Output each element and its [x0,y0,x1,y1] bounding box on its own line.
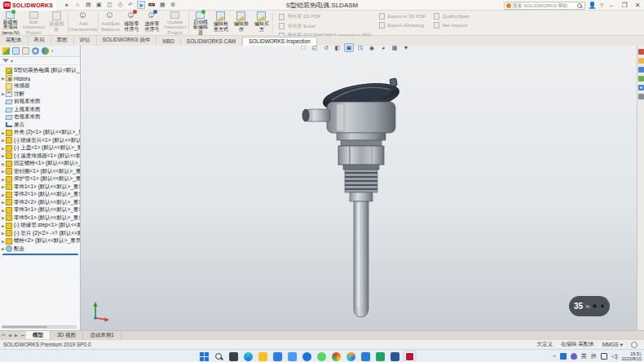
displaymanager-icon[interactable] [42,47,49,55]
tree-row-component[interactable]: ▶零件5<1> (默认<<默认>_显示状态 [1,214,80,223]
show-desktop-button[interactable] [640,351,642,361]
restore-button[interactable]: ❐ [620,1,629,11]
launch-template-editor-button[interactable]: 启动模 板编辑 器 [190,11,210,35]
tree-row-component[interactable]: ▶保护管<1> (默认<<默认>_显示状态 [1,175,80,183]
edit-inspection-methods-button[interactable]: 编辑检 查方式 [210,11,231,35]
help-icon[interactable]: ? [600,1,603,11]
tab-nav-first-icon[interactable]: ⏮ [0,331,7,339]
close-button[interactable]: ✕ [633,1,642,11]
dimxpertmanager-icon[interactable] [32,47,39,55]
zoom-area-icon[interactable]: ◱ [310,43,320,52]
tab-addins[interactable]: SOLIDWORKS 插件 [97,36,157,46]
previous-view-icon[interactable]: ↺ [321,43,331,52]
onedrive-icon[interactable] [302,352,311,361]
file-explorer-icon[interactable] [258,352,267,361]
tree-row-component[interactable]: ▶固定螺栓<1> (默认<<默认>_显示状 [1,160,80,168]
tree-row-component[interactable]: ▶零件3<1> (默认<<默认>_显示状态 [1,206,80,214]
tab-cam[interactable]: SOLIDWORKS CAM [181,38,242,46]
home-icon[interactable]: ⌂ [73,1,82,9]
tree-row-component[interactable]: ▶(-) 上盖<1> (默认<<默认>_显示状态 [1,144,80,152]
help-search-box[interactable]: 搜索 SOLIDWORKS 帮助 [504,2,585,10]
tree-row-component[interactable]: ▶(-) 垫片 (2)<2> ->? (默认<<默认> [1,230,80,238]
green-doc-icon[interactable] [376,352,385,361]
edit-customers-button[interactable]: 编辑买 方 [251,11,271,35]
minimize-button[interactable]: – [607,1,616,11]
options-icon[interactable]: ⚙ [169,1,177,9]
rollback-bar[interactable] [2,254,78,255]
tree-row-component[interactable]: ▶零件2<2> (默认<<默认>_显示状态 [1,199,80,207]
panel-horizontal-scrollbar[interactable] [2,325,77,329]
edit-operations-button[interactable]: 编辑操 作 [231,11,251,35]
word-icon[interactable] [390,352,399,361]
start-button[interactable] [200,352,209,361]
select-balloons-button[interactable]: 1 选择零 件序号 [142,11,162,35]
user-icon[interactable]: 👤 [589,1,597,11]
thermocouple-model[interactable] [289,77,428,322]
tab-evaluate[interactable]: 评估 [74,36,97,46]
edge-icon[interactable] [244,352,253,361]
taskbar-search-icon[interactable] [214,352,223,361]
tab-nav-last-icon[interactable]: ⏭ [20,331,26,339]
file-explorer-pane-icon[interactable] [638,67,644,73]
select-cursor-icon[interactable]: ➤ [137,1,145,9]
print-icon[interactable]: ⎙ [116,1,124,9]
view-settings-icon[interactable]: ▼ [401,43,411,52]
configurationmanager-icon[interactable] [22,47,29,55]
appearances-icon[interactable] [638,85,644,90]
tab-sketch[interactable]: 草图 [51,36,74,46]
browser-icon[interactable] [346,352,355,361]
tree-row-component[interactable]: ▶(-) 温度传感器<1> (默认<<默认>_显 [1,152,80,161]
tree-row-history[interactable]: ▶History [1,75,80,83]
tab-mbd[interactable]: MBD [157,38,180,46]
zoom-out-icon[interactable] [592,303,597,309]
remove-balloons-button[interactable]: 1 移除零 件序号 [121,11,142,35]
panel-tabs-overflow-icon[interactable]: › [51,47,53,55]
blue-doc-icon[interactable] [361,352,370,361]
tree-row-component[interactable]: ▶密封圈<1> (默认<<默认>_显示状态 [1,168,80,176]
zoom-in-icon[interactable] [600,303,605,309]
solidworks-taskbar-icon[interactable] [405,352,414,361]
custom-properties-icon[interactable] [638,94,644,99]
hidden-icons-chevron[interactable]: ^ [554,354,556,360]
tree-row-mates[interactable]: ▶配合 [1,245,80,254]
tray-onedrive-icon[interactable] [560,353,567,360]
tab-nav-next-icon[interactable]: ▶ [13,331,20,339]
task-view-icon[interactable] [229,352,238,361]
tree-row-front-plane[interactable]: 前视基准面 [1,98,80,106]
tree-row-right-plane[interactable]: 右视基准面 [1,113,80,121]
tree-row-top-plane[interactable]: 上视基准面 [1,106,80,114]
new-document-icon[interactable]: ▤ [84,1,92,9]
new-inspection-project-button[interactable]: 新建检 查项目 (amp;N) [0,11,21,35]
open-icon[interactable]: ▣ [95,1,103,9]
status-options-icon[interactable] [631,342,637,348]
view-orientation-icon[interactable]: ▣ [344,43,354,52]
tree-row-sensors[interactable]: 传感器 [1,82,80,90]
tree-row-origin[interactable]: 原点 [1,121,80,130]
mail-icon[interactable] [273,352,282,361]
edit-appearance-icon[interactable]: ◕ [378,43,388,52]
save-icon[interactable]: ◫ [105,1,113,9]
section-view-icon[interactable]: ◧ [333,43,342,52]
expand-arrow-icon[interactable]: ▸ [63,1,71,9]
tab-model[interactable]: 模型 [26,331,51,339]
store-icon[interactable] [288,352,297,361]
tree-row-component[interactable]: ▶螺栓<2> (默认<<默认>_显示状态 [1,237,80,245]
view-palette-icon[interactable] [638,76,644,82]
display-style-icon[interactable]: ◳ [355,43,365,52]
zoom-fit-icon[interactable]: ⛶ [298,43,308,52]
hide-show-items-icon[interactable]: ◉ [367,43,377,52]
scrollbar-thumb[interactable] [2,326,47,328]
tree-row-component[interactable]: ▶(-) 绝缘垫片<1> (默认<<默认>_显示状 [1,137,80,145]
ime-indicator[interactable]: 拼 [591,352,597,360]
filter-caret-icon[interactable]: ▾ [11,58,13,64]
design-library-icon[interactable] [638,58,644,64]
tree-row-component[interactable]: ▶(-) 绝缘管.step<1> (默认<<默认> [1,222,80,230]
file-properties-icon[interactable]: ▦ [158,1,166,9]
tree-filter[interactable]: ▾ [0,57,80,65]
graphics-viewport[interactable]: ⛶ ◱ ↺ ◧ ▣ ◳ ◉ ◕ ▩ ▼ [81,46,637,330]
language-indicator[interactable]: 英 [581,352,587,360]
propertymanager-icon[interactable] [12,47,20,55]
tab-assembly[interactable]: 装配体 [0,36,29,46]
network-display-icon[interactable] [601,353,607,360]
tree-row-component[interactable]: ▶外壳 (2)<1> (默认<<默认>_显示状态 [1,129,80,137]
